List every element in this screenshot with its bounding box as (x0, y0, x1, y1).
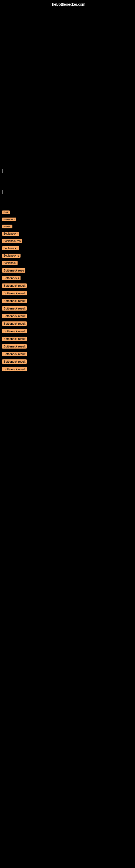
bottleneck-badge[interactable]: Bottleneck result (2, 283, 27, 288)
bottleneck-badge[interactable]: Bottleneck result (2, 337, 27, 341)
bottleneck-item: Bottleneck res (2, 239, 135, 244)
bottleneck-badge[interactable]: Bottleneck r (2, 231, 19, 236)
bottleneck-item: Bottleneck r (2, 276, 135, 281)
bottleneck-badge[interactable]: Bottleneck res (2, 239, 22, 243)
bottleneck-item: Bottleneck result (2, 314, 135, 319)
bottleneck-badge[interactable]: Bottl (2, 211, 10, 214)
bottleneck-badge[interactable]: Bottleneck result (2, 329, 27, 333)
bottleneck-badge[interactable]: Bottleneck result (2, 291, 27, 296)
bottleneck-badge[interactable]: Bottleneck result (2, 367, 27, 371)
bottleneck-item: Bottleneck result (2, 329, 135, 335)
bottleneck-item: Bottleneck result (2, 299, 135, 304)
bottleneck-badge[interactable]: Bottleneck result (2, 321, 27, 326)
bottleneck-badge[interactable]: Bottleneck result (2, 314, 27, 318)
bottleneck-badge[interactable]: Bottleneck result (2, 352, 27, 356)
bottleneck-badge[interactable]: Bottleneck r (2, 276, 20, 280)
site-title: TheBottlenecker.com (50, 2, 85, 6)
bottleneck-item: Bottleneck (2, 218, 135, 222)
bottleneck-badge[interactable]: Bottleneck result (2, 306, 27, 311)
bottleneck-badge[interactable]: Bottleneck result (2, 360, 27, 364)
cursor-line-2: | (2, 189, 135, 194)
bottleneck-item: Bottleneck result (2, 283, 135, 289)
bottleneck-item: Bottl (2, 211, 135, 215)
bottleneck-badge[interactable]: Bottleneck (2, 261, 17, 265)
cursor-line-1: | (2, 168, 135, 173)
bottleneck-badge[interactable]: Bottleneck re (2, 254, 20, 258)
bottleneck-badge[interactable]: Bottleneck resu (2, 268, 26, 273)
bottleneck-item: Bottleneck re (2, 254, 135, 259)
bottleneck-item: Bottleneck r (2, 231, 135, 237)
bottleneck-item: Bottleneck result (2, 291, 135, 297)
bottleneck-item: Bottleneck (2, 261, 135, 266)
bottleneck-badge[interactable]: Bottleneck (2, 218, 16, 221)
bottleneck-item: Bottleneck result (2, 337, 135, 342)
bottleneck-item: Bottleneck result (2, 321, 135, 327)
bottleneck-item: Bottleneck r (2, 246, 135, 251)
bottleneck-item: Bottleneck result (2, 344, 135, 350)
bottleneck-badge[interactable]: Bottleneck result (2, 344, 27, 348)
bottleneck-item: Bottleneck result (2, 306, 135, 312)
bottleneck-badge[interactable]: Bottleneck r (2, 246, 19, 250)
bottleneck-item: Bottleneck result (2, 367, 135, 372)
bottleneck-item: Bottlen (2, 225, 135, 229)
bottleneck-item: Bottleneck resu (2, 268, 135, 274)
bottleneck-item: Bottleneck result (2, 360, 135, 365)
bottleneck-item: Bottleneck result (2, 352, 135, 357)
bottleneck-badge[interactable]: Bottlen (2, 225, 12, 228)
bottleneck-results-list: BottlBottleneckBottlenBottleneck rBottle… (2, 211, 135, 375)
bottleneck-badge[interactable]: Bottleneck result (2, 299, 27, 303)
